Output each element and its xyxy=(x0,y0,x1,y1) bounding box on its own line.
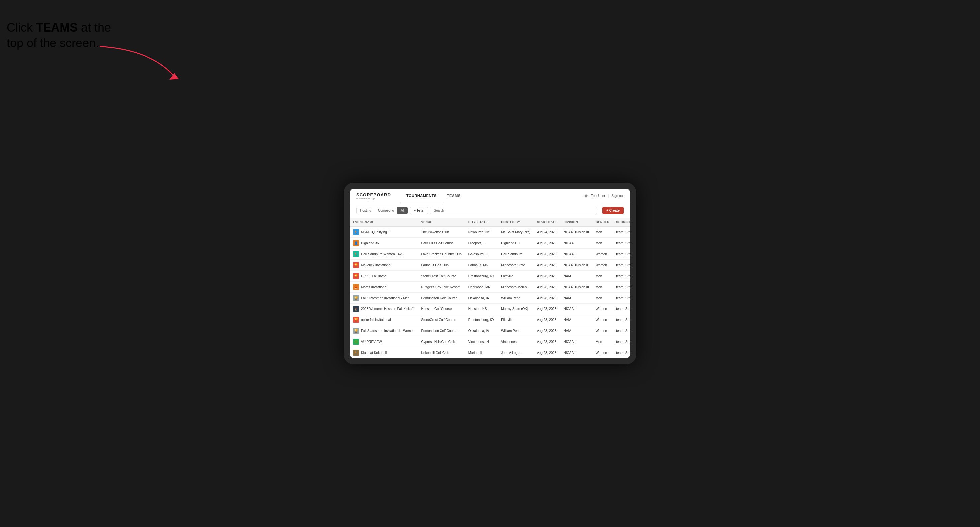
cell-scoring: team, Stroke Play xyxy=(612,314,630,325)
cell-scoring: team, Stroke Play xyxy=(612,348,630,358)
event-name-text: MSMC Qualifying 1 xyxy=(361,230,390,234)
svg-marker-0 xyxy=(169,73,179,80)
cell-venue: StoneCrest Golf Course xyxy=(418,271,465,282)
cell-venue: Cypress Hills Golf Club xyxy=(418,337,465,348)
table-row: 🏆 Fall Statesmen Invitational - Women Ed… xyxy=(350,325,630,337)
filter-label: Filter xyxy=(417,208,424,212)
filter-competing-button[interactable]: Competing xyxy=(375,207,397,214)
cell-date: Aug 28, 2023 xyxy=(533,260,560,271)
cell-gender: Men xyxy=(592,337,613,348)
tab-tournaments[interactable]: TOURNAMENTS xyxy=(401,189,442,203)
instruction-bold: TEAMS xyxy=(36,21,78,34)
tab-teams[interactable]: TEAMS xyxy=(442,189,466,203)
event-icon: 👤 xyxy=(353,240,359,246)
cell-gender: Men xyxy=(592,271,613,282)
cell-venue: Hesston Golf Course xyxy=(418,303,465,314)
search-input[interactable] xyxy=(430,206,597,214)
cell-division: NICAA II xyxy=(560,337,592,348)
sign-out-link[interactable]: Sign out xyxy=(611,194,624,198)
table-row: 👤 Highland 36 Park Hills Golf Course Fre… xyxy=(350,238,630,249)
event-name-text: Morris Invitational xyxy=(361,285,387,289)
cell-city: Marion, IL xyxy=(465,348,498,358)
arrow-annotation xyxy=(96,43,183,88)
cell-venue: Edmundson Golf Course xyxy=(418,325,465,337)
cell-city: Faribault, MN xyxy=(465,260,498,271)
tournaments-table: EVENT NAME VENUE CITY, STATE HOSTED BY S… xyxy=(350,218,630,358)
logo-area: SCOREBOARD Powered by Clippi xyxy=(356,192,391,200)
cell-division: NAIA xyxy=(560,314,592,325)
cell-date: Aug 25, 2023 xyxy=(533,238,560,249)
cell-date: Aug 28, 2023 xyxy=(533,271,560,282)
event-icon: 🏆 xyxy=(353,295,359,301)
table-row: 🏌 MSMC Qualifying 1 The Powelton Club Ne… xyxy=(350,227,630,238)
cell-city: Prestonsburg, KY xyxy=(465,271,498,282)
cell-scoring: team, Stroke Play xyxy=(612,227,630,238)
cell-division: NCAA Division III xyxy=(560,227,592,238)
table-row: 🦊 Morris Invitational Ruttger's Bay Lake… xyxy=(350,282,630,292)
cell-event-name: 🌿 VU PREVIEW xyxy=(350,337,418,348)
cell-hosted: William Penn xyxy=(498,325,533,337)
event-name-text: Fall Statesmen Invitational - Women xyxy=(361,329,414,333)
cell-city: Oskaloosa, IA xyxy=(465,325,498,337)
cell-scoring: team, Stroke Play xyxy=(612,282,630,292)
cell-division: NICAA I xyxy=(560,348,592,358)
cell-scoring: team, Stroke Play xyxy=(612,292,630,303)
cell-city: Freeport, IL xyxy=(465,238,498,249)
cell-venue: Edmundson Golf Course xyxy=(418,292,465,303)
cell-venue: The Powelton Club xyxy=(418,227,465,238)
event-icon: 🏌 xyxy=(353,350,359,356)
cell-venue: Faribault Golf Club xyxy=(418,260,465,271)
cell-division: NAIA xyxy=(560,271,592,282)
cell-event-name: 🏌 Carl Sandburg Women FA23 xyxy=(350,249,418,260)
table-row: 🏆 Fall Statesmen Invitational - Men Edmu… xyxy=(350,292,630,303)
event-name-text: Fall Statesmen Invitational - Men xyxy=(361,296,410,300)
filter-options-button[interactable]: ≡ Filter xyxy=(410,207,428,214)
cell-date: Aug 24, 2023 xyxy=(533,227,560,238)
cell-event-name: 🦅 2023 Women's Hesston Fall Kickoff xyxy=(350,303,418,314)
cell-city: Vincennes, IN xyxy=(465,337,498,348)
cell-hosted: Minnesota-Morris xyxy=(498,282,533,292)
event-name-text: Klash at Kokopelli xyxy=(361,351,388,355)
cell-event-name: 👤 Highland 36 xyxy=(350,238,418,249)
cell-hosted: John A Logan xyxy=(498,348,533,358)
col-hosted-by: HOSTED BY xyxy=(498,218,533,227)
app-header: SCOREBOARD Powered by Clippi TOURNAMENTS… xyxy=(350,189,630,203)
logo-subtitle: Powered by Clippi xyxy=(356,197,391,200)
filter-hosting-button[interactable]: Hosting xyxy=(357,207,375,214)
cell-scoring: team, Stroke Play xyxy=(612,337,630,348)
cell-date: Aug 28, 2023 xyxy=(533,292,560,303)
table-row: 🏆 Maverick Invitational Faribault Golf C… xyxy=(350,260,630,271)
logo-title: SCOREBOARD xyxy=(356,192,391,197)
filter-all-button[interactable]: All xyxy=(397,207,407,214)
cell-division: NAIA xyxy=(560,325,592,337)
cell-gender: Women xyxy=(592,303,613,314)
cell-city: Newburgh, NY xyxy=(465,227,498,238)
col-venue: VENUE xyxy=(418,218,465,227)
cell-date: Aug 28, 2023 xyxy=(533,314,560,325)
cell-date: Aug 26, 2023 xyxy=(533,249,560,260)
tablet-frame: SCOREBOARD Powered by Clippi TOURNAMENTS… xyxy=(344,183,636,364)
cell-gender: Men xyxy=(592,292,613,303)
cell-gender: Men xyxy=(592,282,613,292)
col-event-name: EVENT NAME xyxy=(350,218,418,227)
event-icon: 🦅 xyxy=(353,306,359,312)
cell-hosted: Highland CC xyxy=(498,238,533,249)
cell-hosted: Mt. Saint Mary (NY) xyxy=(498,227,533,238)
event-icon: 🏌 xyxy=(353,251,359,257)
event-icon: 🏆 xyxy=(353,262,359,268)
create-button[interactable]: + Create xyxy=(602,207,624,214)
cell-date: Aug 28, 2023 xyxy=(533,325,560,337)
cell-city: Galesburg, IL xyxy=(465,249,498,260)
cell-city: Deerwood, MN xyxy=(465,282,498,292)
table-body: 🏌 MSMC Qualifying 1 The Powelton Club Ne… xyxy=(350,227,630,358)
col-start-date: START DATE xyxy=(533,218,560,227)
event-icon: 🦊 xyxy=(353,284,359,290)
cell-venue: Kokopelli Golf Club xyxy=(418,348,465,358)
cell-event-name: 🏆 upike fall invitational xyxy=(350,314,418,325)
event-icon: 🌿 xyxy=(353,339,359,345)
cell-city: Prestonsburg, KY xyxy=(465,314,498,325)
cell-hosted: William Penn xyxy=(498,292,533,303)
col-division: DIVISION xyxy=(560,218,592,227)
settings-icon[interactable] xyxy=(583,193,588,198)
col-scoring: SCORING xyxy=(612,218,630,227)
